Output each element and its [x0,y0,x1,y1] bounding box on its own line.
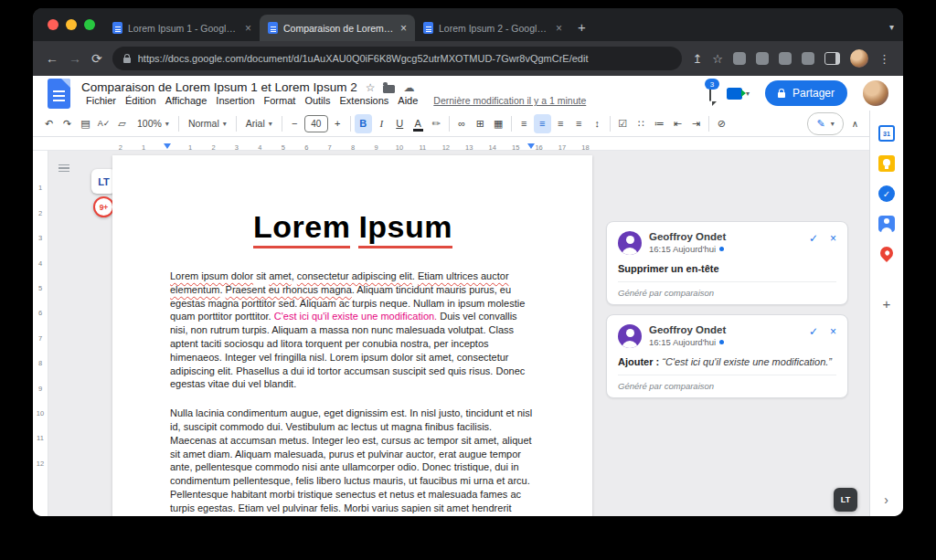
star-icon[interactable]: ☆ [366,82,376,93]
fullscreen-window-button[interactable] [84,19,95,30]
numbered-list-button[interactable]: ≔ [651,114,668,133]
move-folder-icon[interactable] [383,85,395,93]
justify-button[interactable]: ≡ [570,114,588,133]
spellcheck-button[interactable]: A✓ [95,114,112,133]
document-page[interactable]: LoremIpsum Lorem ipsum dolor sit amet, c… [112,155,592,516]
menu-aide[interactable]: Aide [393,95,422,106]
hide-menus-button[interactable]: ∧ [852,119,858,129]
tasks-icon[interactable]: ✓ [878,185,895,202]
keep-icon[interactable] [878,155,895,172]
styles-select[interactable]: Normal ▾ [183,114,232,133]
comment-meta: Geoffroy Ondet 16:15 Aujourd'hui [649,324,726,347]
menu-insertion[interactable]: Insertion [211,95,259,106]
address-bar[interactable]: https://docs.google.com/document/d/1uAuX… [112,47,683,70]
hide-side-panel-button[interactable]: › [870,492,902,507]
maps-icon[interactable] [878,244,896,262]
font-size-input[interactable]: 40 [304,115,328,132]
italic-button[interactable]: I [373,114,390,133]
comment-card[interactable]: Geoffroy Ondet 16:15 Aujourd'hui ✓ × [606,221,848,305]
title-row: Comparaison de Lorem Ipsum 1 et Lorem Ip… [81,80,698,94]
browser-menu-icon[interactable]: ⋮ [878,52,890,66]
close-tab-icon[interactable]: × [400,22,407,35]
reload-icon[interactable]: ⟳ [91,52,102,65]
menu-format[interactable]: Format [260,95,301,106]
text-color-button[interactable]: A [410,114,427,133]
clear-formatting-button[interactable]: ⊘ [713,114,730,133]
tab-lorem-ipsum-2[interactable]: Lorem Ipsum 2 - Google Docs × [415,15,570,41]
bold-button[interactable]: B [355,114,372,133]
share-button[interactable]: Partager [765,80,847,106]
share-icon[interactable]: ↥ [692,53,702,65]
redo-button[interactable]: ↷ [58,114,76,133]
indent-marker-left[interactable] [164,143,171,149]
indent-marker-right[interactable] [527,143,535,149]
vertical-ruler[interactable]: 123456789101112 [33,151,48,516]
tab-search-icon[interactable]: ▾ [889,22,894,32]
insert-link-button[interactable]: ∞ [453,114,471,133]
add-addon-button[interactable]: + [883,297,891,311]
comment-time: 16:15 Aujourd'hui [649,244,726,254]
menu-outils[interactable]: Outils [300,95,335,106]
chevron-down-icon: ▾ [831,120,835,128]
horizontal-ruler[interactable]: 21123456789101112131415161718 [33,137,869,151]
increase-font-size-button[interactable]: + [329,114,346,133]
menu-edition[interactable]: Édition [121,95,161,106]
document-title[interactable]: Comparaison de Lorem Ipsum 1 et Lorem Ip… [81,80,357,94]
resolve-comment-icon[interactable]: ✓ [809,233,818,244]
undo-button[interactable]: ↶ [40,114,58,133]
bulleted-list-button[interactable]: ∷ [633,114,650,133]
minimize-window-button[interactable] [66,19,77,30]
close-tab-icon[interactable]: × [245,22,251,35]
languagetool-error-badge[interactable]: 9+ [93,196,114,217]
decrease-indent-button[interactable]: ⇤ [669,114,686,133]
docs-logo-icon[interactable] [48,79,70,109]
last-modified-link[interactable]: Dernière modification il y a 1 minute [433,95,586,106]
dismiss-comment-icon[interactable]: × [830,233,836,244]
comment-card[interactable]: Geoffroy Ondet 16:15 Aujourd'hui ✓ × [606,314,848,398]
align-center-button[interactable]: ≡ [534,114,551,133]
contacts-icon[interactable] [878,216,895,232]
align-right-button[interactable]: ≡ [552,114,569,133]
line-spacing-button[interactable]: ↕ [589,114,606,133]
paint-format-button[interactable]: ▱ [113,114,131,133]
close-tab-icon[interactable]: × [556,22,562,35]
forward-icon[interactable]: → [69,52,81,65]
zoom-select[interactable]: 100% ▾ [132,114,175,133]
side-panel-icon[interactable] [824,52,840,65]
new-tab-button[interactable]: + [578,19,586,35]
extension-icon-4[interactable] [802,52,814,65]
underline-button[interactable]: U [391,114,409,133]
extension-icon-1[interactable] [733,52,746,65]
increase-indent-button[interactable]: ⇥ [687,114,705,133]
align-left-button[interactable]: ≡ [516,114,533,133]
resolve-comment-icon[interactable]: ✓ [809,326,818,337]
meet-button[interactable]: ▾ [727,88,750,100]
languagetool-floating-button[interactable]: LT [834,488,857,512]
extension-icon-2[interactable] [756,52,769,65]
menu-affichage[interactable]: Affichage [161,95,212,106]
calendar-icon[interactable]: 31 [878,125,895,142]
insert-image-button[interactable]: ▦ [490,114,507,133]
font-select[interactable]: Arial ▾ [240,114,278,133]
highlight-color-button[interactable]: ✏ [428,114,445,133]
account-avatar[interactable] [863,80,888,106]
document-outline-button[interactable] [56,162,72,176]
profile-avatar[interactable] [850,49,868,68]
tab-lorem-ipsum-1[interactable]: Lorem Ipsum 1 - Google Docs × [104,15,260,41]
back-icon[interactable]: ← [46,52,58,65]
comment-history-button[interactable]: 3 [709,85,711,101]
dismiss-comment-icon[interactable]: × [830,326,836,337]
ruler-number: 7 [318,142,341,151]
menu-extensions[interactable]: Extensions [335,95,394,106]
menu-fichier[interactable]: Fichier [81,95,121,106]
tab-comparaison[interactable]: Comparaison de Lorem Ipsum × [260,15,415,41]
close-window-button[interactable] [48,19,58,30]
bookmark-star-icon[interactable]: ☆ [712,53,723,65]
print-button[interactable]: ▤ [77,114,94,133]
ruler-number: 11 [33,426,48,450]
add-comment-button[interactable]: ⊞ [472,114,489,133]
decrease-font-size-button[interactable]: − [286,114,303,133]
checklist-button[interactable]: ☑ [614,114,632,133]
editing-mode-select[interactable]: ✎ ▾ [807,112,843,135]
extension-icon-3[interactable] [779,52,792,65]
